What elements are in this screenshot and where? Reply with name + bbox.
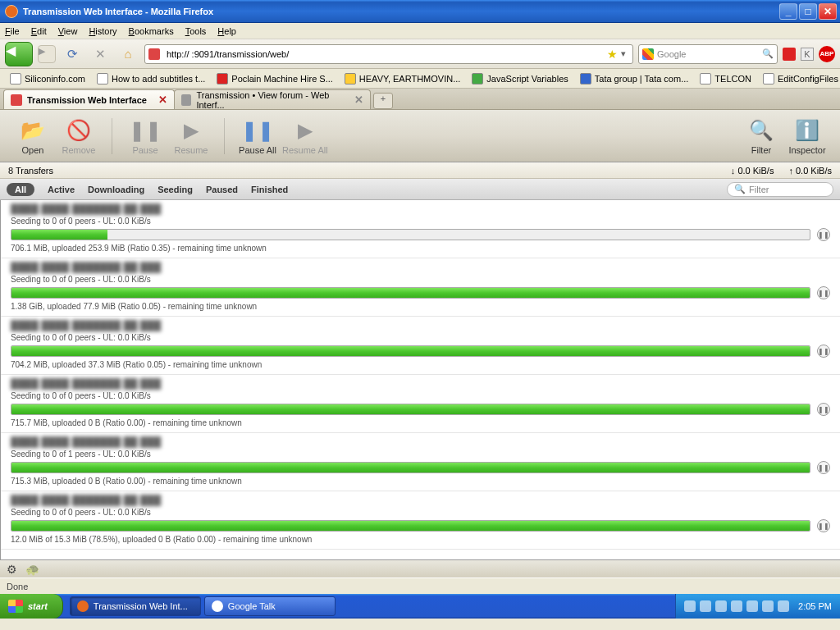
filter-downloading[interactable]: Downloading xyxy=(88,185,144,194)
filter-finished[interactable]: Finished xyxy=(251,185,288,194)
pause-icon: ❚❚ xyxy=(132,117,158,144)
torrent-peers: Seeding to 0 of 0 peers - UL: 0.0 KiB/s xyxy=(11,333,830,342)
bookmark-item[interactable]: JavaScript Variables xyxy=(467,71,573,86)
task-icon xyxy=(77,600,89,612)
magnifier-icon: 🔍 xyxy=(748,117,774,144)
new-tab-button[interactable]: + xyxy=(373,93,393,109)
back-button[interactable]: ◀ xyxy=(5,42,33,66)
separator xyxy=(112,118,112,154)
close-button[interactable]: ✕ xyxy=(819,3,837,20)
menu-bookmarks[interactable]: Bookmarks xyxy=(129,26,174,36)
tray-icon[interactable] xyxy=(715,600,727,612)
minimize-button[interactable]: _ xyxy=(779,3,797,20)
filter-seeding[interactable]: Seeding xyxy=(158,185,193,194)
torrent-peers: Seeding to 0 of 0 peers - UL: 0.0 KiB/s xyxy=(11,217,830,226)
tray-icon[interactable] xyxy=(762,600,774,612)
tab-inactive[interactable]: Transmission • View forum - Web Interf..… xyxy=(174,89,371,109)
start-button[interactable]: start xyxy=(0,594,63,619)
tab-close-icon[interactable]: ✕ xyxy=(354,94,363,106)
firefox-icon xyxy=(5,5,18,18)
tray-icon[interactable] xyxy=(778,600,789,612)
tray-icon[interactable] xyxy=(731,600,742,612)
tray-icon[interactable] xyxy=(746,600,758,612)
torrent-pause-icon[interactable]: ❚❚ xyxy=(817,403,830,416)
filter-input[interactable]: 🔍 Filter xyxy=(727,182,833,197)
torrent-pause-icon[interactable]: ❚❚ xyxy=(817,345,830,358)
progress-bar xyxy=(11,520,810,532)
menu-file[interactable]: File xyxy=(5,26,20,36)
menu-edit[interactable]: Edit xyxy=(31,26,47,36)
filter-all[interactable]: All xyxy=(7,183,34,196)
bookmark-item[interactable]: TELCON xyxy=(695,71,756,86)
torrent-row[interactable]: ████ ████ ███████ ██ ███Seeding to 0 of … xyxy=(1,433,840,491)
torrent-row[interactable]: ████ ████ ███████ ██ ███Seeding to 0 of … xyxy=(1,317,840,375)
transfer-count: 8 Transfers xyxy=(8,166,53,176)
menu-view[interactable]: View xyxy=(58,26,78,36)
open-button[interactable]: 📂Open xyxy=(11,117,54,155)
resume-all-button[interactable]: ▶Resume All xyxy=(282,117,328,155)
menu-tools[interactable]: Tools xyxy=(185,26,207,36)
taskbar-task[interactable]: Google Talk xyxy=(204,596,336,616)
taskbar-task[interactable]: Transmission Web Int... xyxy=(70,596,201,616)
bookmark-item[interactable]: EditConfigFiles – Tran... xyxy=(758,71,840,86)
torrent-name: ████ ████ ███████ ██ ███ xyxy=(11,320,830,331)
menu-help[interactable]: Help xyxy=(217,26,236,36)
reload-button[interactable]: ⟳ xyxy=(61,43,84,66)
resume-button[interactable]: ▶Resume xyxy=(170,117,212,155)
torrent-row[interactable]: ████ ████ ███████ ██ ███Seeding to 0 of … xyxy=(1,258,840,317)
torrent-peers: Seeding to 0 of 0 peers - UL: 0.0 KiB/s xyxy=(11,391,830,400)
bookmark-favicon-icon xyxy=(345,73,356,84)
tray-icon[interactable] xyxy=(700,600,711,612)
turtle-mode-icon[interactable]: 🐢 xyxy=(25,563,39,576)
settings-gear-icon[interactable]: ⚙ xyxy=(7,563,17,576)
tab-close-icon[interactable]: ✕ xyxy=(158,94,167,106)
torrent-list[interactable]: ████ ████ ███████ ██ ███Seeding to 0 of … xyxy=(0,200,840,559)
bookmark-item[interactable]: Poclain Machine Hire S... xyxy=(212,71,338,86)
torrent-name: ████ ████ ███████ ██ ███ xyxy=(11,436,830,448)
forward-button[interactable]: ▶ xyxy=(38,45,56,63)
torrent-pause-icon[interactable]: ❚❚ xyxy=(817,461,830,474)
filter-button[interactable]: 🔍Filter xyxy=(740,117,783,155)
search-go-icon[interactable]: 🔍 xyxy=(762,48,774,59)
addon-icon-k[interactable]: K xyxy=(801,48,814,61)
pause-all-button[interactable]: ❚❚Pause All xyxy=(236,117,279,155)
menu-history[interactable]: History xyxy=(89,26,116,36)
remove-button[interactable]: 🚫Remove xyxy=(57,117,100,155)
torrent-row[interactable]: ████ ████ ███████ ██ ███Seeding to 0 of … xyxy=(1,200,840,258)
torrent-row[interactable]: ████ ████ ███████ ██ ███Seeding to 0 of … xyxy=(1,375,840,433)
adblock-icon[interactable]: ABP xyxy=(819,46,835,62)
search-box[interactable]: Google 🔍 xyxy=(638,44,778,64)
torrent-pause-icon[interactable]: ❚❚ xyxy=(817,519,830,532)
bookmark-item[interactable]: Siliconinfo.com xyxy=(5,71,90,86)
search-placeholder: Google xyxy=(657,49,686,59)
tray-icon[interactable] xyxy=(684,600,696,612)
maximize-button[interactable]: □ xyxy=(799,3,817,20)
torrent-pause-icon[interactable]: ❚❚ xyxy=(817,286,830,299)
torrent-row[interactable]: ████ ████ ███████ ██ ███Seeding to 0 of … xyxy=(1,491,840,550)
bookmark-star-icon[interactable]: ★ xyxy=(607,48,618,61)
inspector-button[interactable]: ℹ️Inspector xyxy=(786,117,829,155)
url-dropdown-icon[interactable]: ▾ xyxy=(618,48,629,59)
progress-bar xyxy=(11,462,810,473)
task-icon xyxy=(212,600,223,612)
bookmark-item[interactable]: HEAVY, EARTHMOVIN... xyxy=(340,71,465,86)
stop-button[interactable]: ✕ xyxy=(89,43,112,66)
transmission-toolbar: 📂Open 🚫Remove ❚❚Pause ▶Resume ❚❚Pause Al… xyxy=(0,110,840,162)
filter-paused[interactable]: Paused xyxy=(206,185,238,194)
site-favicon-icon xyxy=(148,48,160,60)
nav-toolbar: ◀ ▶ ⟳ ✕ ⌂ http:// :9091/transmission/web… xyxy=(0,39,840,69)
home-button[interactable]: ⌂ xyxy=(116,43,139,66)
url-text: http:// :9091/transmission/web/ xyxy=(167,49,289,59)
filter-active[interactable]: Active xyxy=(48,185,75,194)
pause-button[interactable]: ❚❚Pause xyxy=(124,117,167,155)
bookmark-item[interactable]: Tata group | Tata com... xyxy=(575,71,694,86)
clock[interactable]: 2:05 PM xyxy=(798,601,832,611)
addon-icon-1[interactable] xyxy=(783,48,796,61)
url-bar[interactable]: http:// :9091/transmission/web/ ★ ▾ xyxy=(144,44,633,64)
torrent-pause-icon[interactable]: ❚❚ xyxy=(817,228,830,241)
bookmark-item[interactable]: How to add subtitles t... xyxy=(92,71,210,86)
remove-icon: 🚫 xyxy=(66,117,92,144)
tab-active[interactable]: Transmission Web Interface ✕ xyxy=(3,89,175,109)
torrent-meta: 12.0 MiB of 15.3 MiB (78.5%), uploaded 0… xyxy=(11,535,830,544)
google-icon xyxy=(642,48,654,60)
